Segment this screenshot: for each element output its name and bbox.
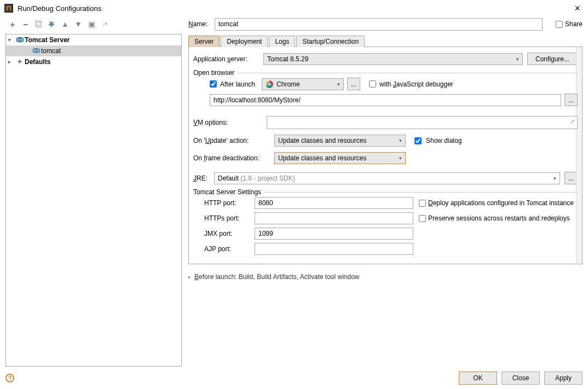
https-port-label: HTTPs port:	[204, 214, 255, 222]
help-icon[interactable]: ?	[5, 374, 14, 382]
on-frame-label: On frame deactivation:	[193, 154, 270, 162]
down-icon: ▼	[73, 19, 83, 29]
tab-server[interactable]: Server	[188, 36, 220, 47]
sort-icon[interactable]: ↓ª	[100, 19, 109, 29]
chevron-down-icon: ▾	[554, 176, 556, 181]
copy-icon[interactable]: ⿻	[34, 19, 44, 29]
tomcat-settings-title: Tomcat Server Settings	[193, 188, 264, 196]
browser-combo[interactable]: Chrome ▾	[262, 78, 344, 90]
chevron-down-icon: ▾	[516, 56, 519, 62]
deploy-apps-label: Deploy applications configured in Tomcat…	[428, 199, 574, 207]
tree-node-tomcat[interactable]: ↂ tomcat	[6, 45, 181, 56]
chevron-down-icon[interactable]: ▾	[8, 37, 15, 43]
https-port-input[interactable]	[255, 212, 413, 224]
after-launch-checkbox[interactable]	[210, 80, 217, 88]
expand-icon[interactable]: ⤢	[570, 118, 575, 124]
tree-node-tomcat-server[interactable]: ▾ ↂ Tomcat Server	[6, 34, 181, 45]
preserve-sessions-checkbox[interactable]: Preserve sessions across restarts and re…	[419, 214, 578, 222]
configure-button[interactable]: Configure...	[527, 53, 578, 65]
folder-icon[interactable]: ▣	[87, 19, 96, 29]
tomcat-server-icon: ↂ	[16, 36, 24, 44]
before-launch-row[interactable]: ▸ Before launch: Build, Build Artifacts,…	[188, 273, 583, 281]
jmx-port-label: JMX port:	[204, 230, 255, 237]
app-server-value: Tomcat 8.5.29	[267, 55, 308, 63]
title-bar: Run/Debug Configurations ×	[0, 0, 588, 16]
chrome-icon	[266, 80, 273, 88]
name-input[interactable]	[215, 18, 543, 31]
app-icon	[4, 4, 13, 13]
before-launch-label: Before launch: Build, Build Artifacts, A…	[194, 273, 360, 281]
app-server-combo[interactable]: Tomcat 8.5.29 ▾	[263, 53, 523, 65]
server-pane: Application server: Tomcat 8.5.29 ▾ Conf…	[188, 47, 583, 264]
jre-value: Default (1.8 - project SDK)	[218, 175, 295, 182]
tree-node-defaults[interactable]: ▸ ✦ Defaults	[6, 56, 181, 67]
remove-icon[interactable]: −	[21, 19, 31, 29]
browser-ellipsis-button[interactable]: ...	[347, 78, 360, 90]
vm-options-label: VM options:	[193, 119, 262, 126]
deploy-apps-box[interactable]	[419, 200, 426, 207]
chevron-right-icon[interactable]: ▸	[8, 59, 15, 65]
tomcat-icon: ↂ	[32, 47, 40, 55]
name-label: Name:	[188, 20, 210, 28]
defaults-icon: ✦	[16, 58, 24, 66]
open-browser-group: Open browser After launch Chrome ▾ ... w…	[193, 73, 578, 108]
after-launch-label: After launch	[220, 80, 255, 88]
on-update-combo[interactable]: Update classes and resources ▾	[274, 135, 406, 147]
add-icon[interactable]: +	[8, 19, 18, 29]
chevron-down-icon: ▾	[337, 82, 340, 87]
share-label: Share	[565, 20, 583, 28]
left-toolbar: + − ⿻ ▲ ▼ ▣ ↓ª	[5, 16, 182, 34]
on-frame-value: Update classes and resources	[278, 154, 366, 162]
settings-icon[interactable]	[47, 19, 57, 29]
tab-deployment[interactable]: Deployment	[221, 36, 268, 47]
preserve-sessions-label: Preserve sessions across restarts and re…	[428, 214, 570, 222]
tree-label: Defaults	[25, 58, 50, 66]
on-update-value: Update classes and resources	[278, 137, 366, 144]
open-browser-title: Open browser	[193, 69, 238, 77]
show-dialog-label: Show dialog	[426, 137, 462, 144]
tree-label: Tomcat Server	[25, 36, 70, 44]
tab-startup-connection[interactable]: Startup/Connection	[296, 36, 365, 47]
on-frame-combo[interactable]: Update classes and resources ▾	[274, 152, 406, 164]
jre-label: JRE:	[193, 175, 210, 182]
browser-value: Chrome	[276, 80, 300, 88]
ok-button[interactable]: OK	[459, 371, 497, 385]
tree-label: tomcat	[41, 47, 61, 55]
chevron-down-icon: ▾	[399, 155, 402, 161]
window-title: Run/Debug Configurations	[18, 4, 101, 13]
up-icon: ▲	[60, 19, 70, 29]
close-button[interactable]: Close	[501, 371, 540, 385]
share-checkbox-box[interactable]	[556, 21, 563, 28]
close-icon[interactable]: ×	[571, 4, 584, 13]
http-port-label: HTTP port:	[204, 199, 255, 207]
chevron-right-icon[interactable]: ▸	[188, 274, 191, 280]
show-dialog-checkbox[interactable]	[414, 137, 422, 144]
dialog-buttons: ? OK Close Apply	[5, 371, 583, 385]
jmx-port-input[interactable]	[255, 228, 413, 240]
tomcat-settings-group: Tomcat Server Settings HTTP port: Deploy…	[193, 192, 578, 257]
on-update-label: On 'Update' action:	[193, 137, 270, 144]
js-debugger-label: with JavaScript debugger	[379, 80, 453, 88]
jre-combo[interactable]: Default (1.8 - project SDK) ▾	[214, 172, 560, 184]
app-server-label: Application server:	[193, 55, 259, 63]
ajp-port-label: AJP port:	[204, 245, 255, 253]
ajp-port-input[interactable]	[255, 243, 413, 255]
share-checkbox[interactable]: Share	[556, 20, 583, 28]
preserve-sessions-box[interactable]	[419, 215, 426, 222]
apply-button[interactable]: Apply	[544, 371, 583, 385]
config-tree[interactable]: ▾ ↂ Tomcat Server ↂ tomcat ▸ ✦ Defaults	[5, 34, 182, 367]
url-input[interactable]	[210, 94, 561, 106]
http-port-input[interactable]	[255, 197, 413, 209]
vm-options-input[interactable]: ⤢	[267, 116, 578, 129]
deploy-apps-checkbox[interactable]: Deploy applications configured in Tomcat…	[419, 199, 578, 207]
chevron-down-icon: ▾	[399, 138, 402, 143]
js-debugger-checkbox[interactable]	[369, 80, 376, 88]
url-ellipsis-button[interactable]: ...	[564, 94, 578, 106]
tab-bar: Server Deployment Logs Startup/Connectio…	[188, 34, 583, 47]
tab-logs[interactable]: Logs	[269, 36, 295, 47]
